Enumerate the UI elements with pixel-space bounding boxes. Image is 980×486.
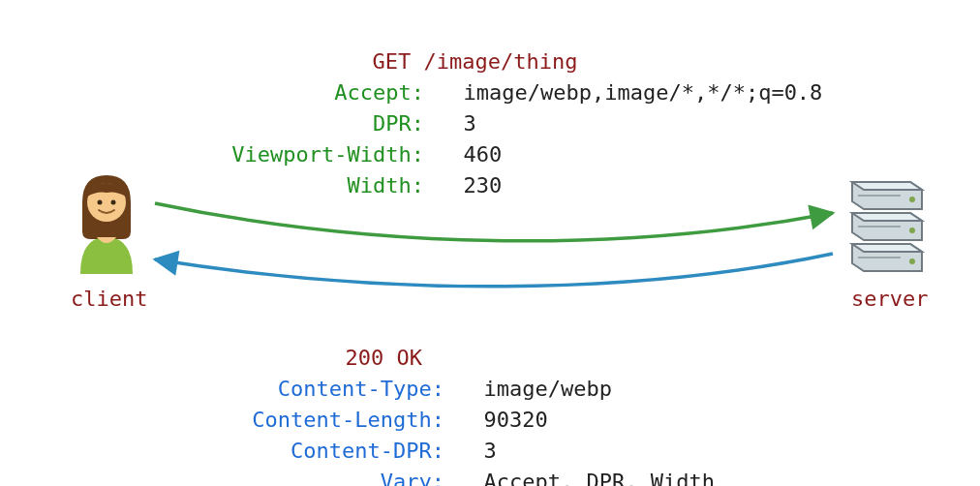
request-arrow xyxy=(155,203,833,241)
response-arrow xyxy=(155,254,833,287)
header-value-vary: Accept, DPR, Width xyxy=(484,470,715,486)
server-label: server xyxy=(851,287,928,311)
resp-row-vary-val: Accept, DPR, Width xyxy=(458,436,715,486)
client-label: client xyxy=(71,287,147,311)
resp-row-vary-name: Vary: xyxy=(0,436,444,486)
header-name-vary: Vary: xyxy=(381,470,444,486)
